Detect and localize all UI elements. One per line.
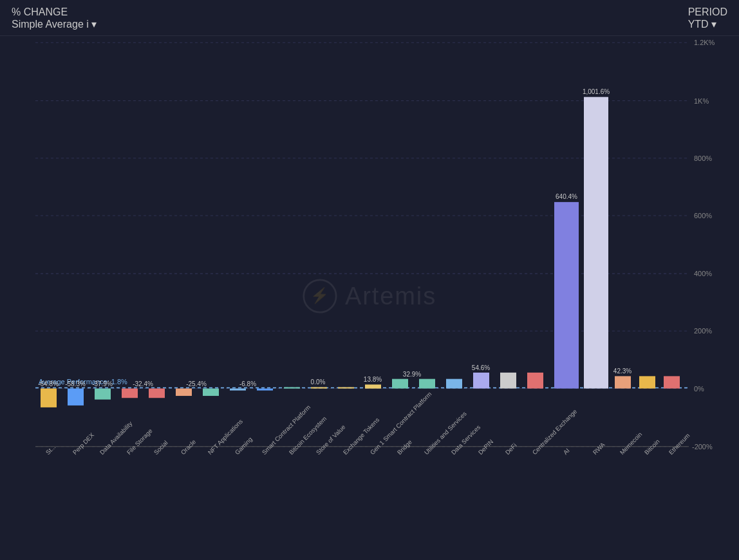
period-selector[interactable]: YTD ▾ <box>688 18 727 30</box>
bar-gen1 <box>365 384 381 388</box>
svg-text:800%: 800% <box>694 154 712 162</box>
svg-text:Smart Contract Platform: Smart Contract Platform <box>261 404 312 456</box>
svg-text:DePIN: DePIN <box>477 438 494 456</box>
svg-text:Centralized Exchange: Centralized Exchange <box>531 407 578 456</box>
svg-text:600%: 600% <box>694 212 712 219</box>
simple-average-title: Simple Average <box>12 19 84 30</box>
bar-bitcoin <box>639 376 655 388</box>
bar-chart: .axis-label { font-size: 11px; fill: #88… <box>6 36 726 556</box>
chevron-down-icon[interactable]: ▾ <box>91 19 97 30</box>
svg-text:0%: 0% <box>694 385 704 393</box>
svg-text:200%: 200% <box>694 327 712 335</box>
svg-text:Gaming: Gaming <box>234 436 254 456</box>
svg-text:Ethereum: Ethereum <box>668 432 691 456</box>
svg-text:-58.3%: -58.3% <box>65 380 86 387</box>
chart-container: ⚡ Artemis .axis-label { font-size: 11px;… <box>0 36 739 556</box>
svg-text:13.8%: 13.8% <box>364 376 382 383</box>
svg-text:-200%: -200% <box>692 443 713 451</box>
svg-text:-6.8%: -6.8% <box>239 380 256 387</box>
svg-text:Memecoin: Memecoin <box>619 431 644 456</box>
bar-exchange-tokens <box>338 387 354 389</box>
bar-nft-apps <box>203 389 219 396</box>
bar-staking <box>41 389 57 407</box>
svg-text:-25.4%: -25.4% <box>186 380 207 387</box>
svg-text:1,001.6%: 1,001.6% <box>583 88 610 95</box>
svg-text:32.9%: 32.9% <box>403 371 421 378</box>
bar-file-storage <box>122 389 138 398</box>
svg-text:St...: St... <box>44 443 57 456</box>
bar-data-services <box>446 379 462 389</box>
bar-bridge <box>392 379 408 389</box>
svg-text:1.2K%: 1.2K% <box>694 39 715 46</box>
period-value: YTD <box>688 19 709 30</box>
bar-cex <box>527 373 543 389</box>
bar-defi <box>500 373 516 389</box>
svg-text:400%: 400% <box>694 270 712 277</box>
svg-text:640.4%: 640.4% <box>556 193 577 200</box>
svg-text:RWA: RWA <box>592 441 606 456</box>
svg-text:42.3%: 42.3% <box>613 368 631 375</box>
info-icon[interactable]: i <box>86 19 89 30</box>
bar-social <box>149 389 165 398</box>
period-chevron-icon[interactable]: ▾ <box>711 19 716 30</box>
bar-store-of-value <box>311 387 327 389</box>
svg-text:AI: AI <box>562 447 571 456</box>
bar-smart-contract <box>257 389 273 391</box>
svg-text:File Storage: File Storage <box>126 427 154 456</box>
header-left: % CHANGE Simple Average i ▾ <box>12 6 97 30</box>
bar-depin <box>473 373 489 389</box>
svg-text:-37.9%: -37.9% <box>92 380 113 387</box>
period-label: PERIOD <box>688 6 727 18</box>
bar-utilities <box>419 379 435 389</box>
bar-perp-dex <box>68 389 84 406</box>
svg-text:-64.8%: -64.8% <box>38 380 59 387</box>
bar-bitcoin-ecosystem <box>284 387 300 389</box>
bar-gaming <box>230 389 246 391</box>
svg-text:1K%: 1K% <box>694 97 709 104</box>
bar-ai <box>554 202 579 389</box>
bar-memecoin <box>615 376 631 388</box>
header: % CHANGE Simple Average i ▾ PERIOD YTD ▾ <box>0 0 739 36</box>
svg-text:54.6%: 54.6% <box>472 364 490 371</box>
bar-rwa <box>584 97 608 389</box>
bar-ethereum <box>664 376 680 388</box>
svg-text:Oracle: Oracle <box>180 438 197 456</box>
svg-text:0.0%: 0.0% <box>311 378 326 386</box>
header-right: PERIOD YTD ▾ <box>688 6 727 30</box>
svg-text:DeFi: DeFi <box>504 442 518 456</box>
percent-change-label: % CHANGE <box>12 6 97 18</box>
svg-text:Perp DEX: Perp DEX <box>71 431 96 456</box>
svg-text:Bridge: Bridge <box>396 438 413 456</box>
bar-data-availability <box>95 389 111 400</box>
bar-oracle <box>176 389 192 396</box>
svg-text:-32.4%: -32.4% <box>133 380 153 387</box>
svg-text:Social: Social <box>153 439 169 456</box>
